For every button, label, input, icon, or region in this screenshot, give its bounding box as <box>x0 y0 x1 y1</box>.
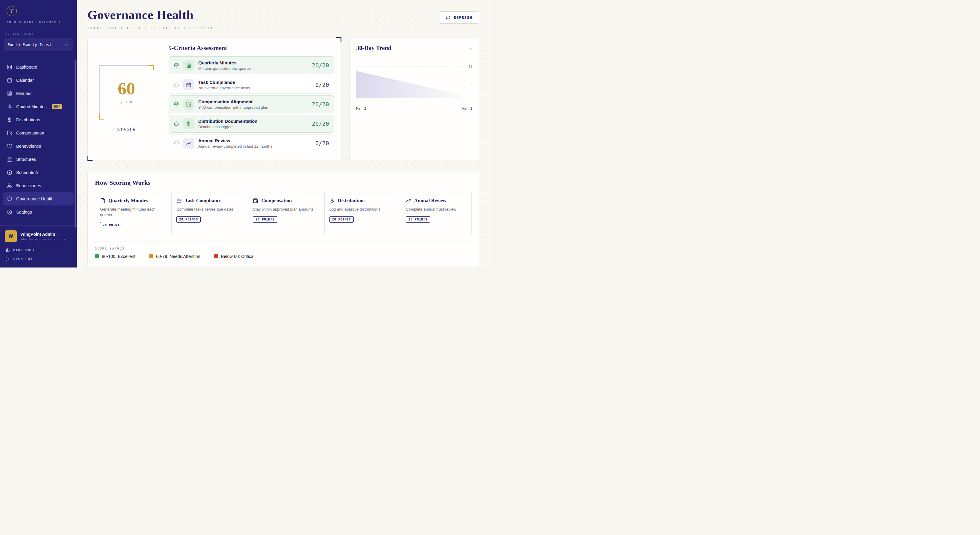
assessment-right: 5-Criteria Assessment Quarterly Minutes … <box>169 45 334 152</box>
breadcrumb: SMITH FAMILY TRUST • 5-CRITERIA ASSESSME… <box>88 26 213 30</box>
criterion-description: Distributions logged <box>198 124 258 129</box>
heart-icon <box>7 143 12 149</box>
sidebar-item-guided-minutes[interactable]: Guided Minutes BETA <box>3 100 74 113</box>
calendar-icon <box>186 82 191 88</box>
sidebar-scrollbar[interactable] <box>75 60 76 228</box>
user-chip: W WingPoint Admin admin@wingpointtrusts.… <box>0 229 77 246</box>
sidebar-item-label: Distributions <box>16 118 40 122</box>
brand-block: T ANCHORPOINT GOVERNANCE <box>0 0 77 29</box>
sidebar-item-label: Minutes <box>16 91 32 96</box>
points-badge: 20 POINTS <box>177 216 200 223</box>
brand-name: ANCHORPOINT GOVERNANCE <box>6 21 70 24</box>
shield-icon <box>7 196 12 202</box>
scoring-card-compensation: Compensation Stay within approved plan a… <box>248 193 319 234</box>
sidebar-item-benevolence[interactable]: Benevolence <box>3 140 74 153</box>
refresh-button[interactable]: REFRESH <box>439 11 479 24</box>
beta-badge: BETA <box>52 104 62 109</box>
document-icon <box>100 198 105 204</box>
sign-out-button[interactable]: SIGN OUT <box>0 255 38 263</box>
calendar-icon <box>7 78 12 83</box>
trust-selector[interactable]: Smith Family Trust <box>3 38 73 51</box>
page-header: Governance Health SMITH FAMILY TRUST • 5… <box>88 8 479 30</box>
scoring-title: How Scoring Works <box>95 179 472 186</box>
x-label-start: Mar 2 <box>356 107 366 110</box>
sidebar-item-label: Compensation <box>16 131 45 135</box>
criterion-name: Compensation Alignment <box>198 99 268 104</box>
trend-area-chart <box>356 53 461 101</box>
scoring-card-head: Compensation <box>253 198 313 204</box>
user-email: admin@wingpointtrusts.com <box>21 237 66 241</box>
sidebar-item-label: Dashboard <box>16 65 37 70</box>
y-tick-50: 50 <box>469 65 473 68</box>
sidebar-item-dashboard[interactable]: Dashboard <box>3 61 74 74</box>
refresh-label: REFRESH <box>454 16 473 20</box>
criterion-text: Distribution Documentation Distributions… <box>198 119 258 129</box>
sidebar-item-settings[interactable]: Settings <box>3 205 74 219</box>
criterion-name: Quarterly Minutes <box>198 60 251 65</box>
sidebar-item-label: Benevolence <box>16 144 41 148</box>
scoring-card: How Scoring Works Quarterly Minutes Gene… <box>88 172 479 267</box>
sidebar-item-distributions[interactable]: Distributions <box>3 113 74 126</box>
trend-x-axis: Mar 2 Mar 2 <box>356 107 473 110</box>
page-heading-block: Governance Health SMITH FAMILY TRUST • 5… <box>88 8 213 30</box>
brand-logo: T <box>6 6 17 16</box>
legend-item-critical: Below 60: Critical <box>214 254 255 259</box>
criterion-row: Compensation Alignment YTD compensation … <box>169 95 334 113</box>
sidebar-item-structures[interactable]: Structures <box>3 153 74 166</box>
sidebar-item-beneficiaries[interactable]: Beneficiaries <box>3 179 74 192</box>
legend-item-excellent: 80-100: Excellent <box>95 254 135 259</box>
sidebar-item-minutes[interactable]: Minutes <box>3 87 74 100</box>
avatar: W <box>5 230 17 242</box>
scoring-card-name: Quarterly Minutes <box>108 198 148 204</box>
legend-swatch-green <box>95 254 99 258</box>
x-label-end: Mar 2 <box>463 107 473 110</box>
score-status: Stable <box>118 127 136 132</box>
y-tick-100: 100 <box>467 47 473 51</box>
active-trust-label: ACTIVE TRUST <box>3 32 73 35</box>
criterion-row: Task Compliance No overdue governance ta… <box>169 76 334 94</box>
legend-label: 80-100: Excellent <box>102 254 135 259</box>
score-box: 60 / 100 <box>99 65 153 119</box>
sidebar-item-governance-health[interactable]: Governance Health <box>3 192 74 205</box>
chevron-down-icon <box>64 42 69 47</box>
main-content: Governance Health SMITH FAMILY TRUST • 5… <box>77 0 490 268</box>
page-title: Governance Health <box>88 8 213 22</box>
criterion-description: Minutes generated this quarter <box>198 66 251 71</box>
points-badge: 20 POINTS <box>406 216 430 223</box>
gold-corner-bottom-left <box>99 115 104 119</box>
sidebar-item-label: Governance Health <box>16 196 54 201</box>
criterion-description: Annual review completed in last 12 month… <box>198 144 272 148</box>
assessment-title: 5-Criteria Assessment <box>169 45 334 51</box>
scoring-card-name: Task Compliance <box>185 198 221 204</box>
criterion-description: No overdue governance tasks <box>198 86 250 90</box>
legend-swatch-amber <box>149 254 153 258</box>
legend-swatch-red <box>214 254 218 258</box>
criterion-row: Quarterly Minutes Minutes generated this… <box>169 56 334 74</box>
sidebar-item-label: Structures <box>16 157 36 162</box>
scoring-card-annual-review: Annual Review Complete annual trust revi… <box>401 193 472 234</box>
dollar-icon <box>7 117 12 123</box>
scoring-card-head: Annual Review <box>406 198 467 204</box>
criterion-score: 20/20 <box>312 101 329 108</box>
sidebar-item-calendar[interactable]: Calendar <box>3 74 74 87</box>
criterion-icon-tile <box>183 99 194 110</box>
dollar-icon <box>329 198 335 204</box>
dashboard-grid-icon <box>7 64 12 70</box>
trend-title: 30-Day Trend <box>356 45 391 51</box>
assessment-card: 60 / 100 Stable 5-Criteria Assessment <box>88 37 342 161</box>
user-info: WingPoint Admin admin@wingpointtrusts.co… <box>21 232 66 241</box>
sidebar-item-compensation[interactable]: Compensation <box>3 126 74 140</box>
criterion-name: Task Compliance <box>198 80 250 85</box>
criterion-score: 0/20 <box>315 81 329 88</box>
corner-bracket-bottom-left <box>88 156 92 161</box>
scoring-cards-row: Quarterly Minutes Generate meeting minut… <box>95 193 472 234</box>
sidebar-item-schedule-a[interactable]: Schedule A <box>3 166 74 179</box>
gear-icon <box>7 209 12 215</box>
wallet-icon <box>253 198 258 204</box>
score-ranges-legend: 80-100: Excellent 60-79: Needs Attention… <box>95 254 472 259</box>
points-badge: 20 POINTS <box>329 216 354 223</box>
scoring-card-description: Stay within approved plan amounts <box>253 207 313 212</box>
score-max: / 100 <box>120 100 133 104</box>
dark-mode-toggle[interactable]: DARK MODE <box>0 246 41 255</box>
corner-bracket-top-right <box>336 37 342 42</box>
